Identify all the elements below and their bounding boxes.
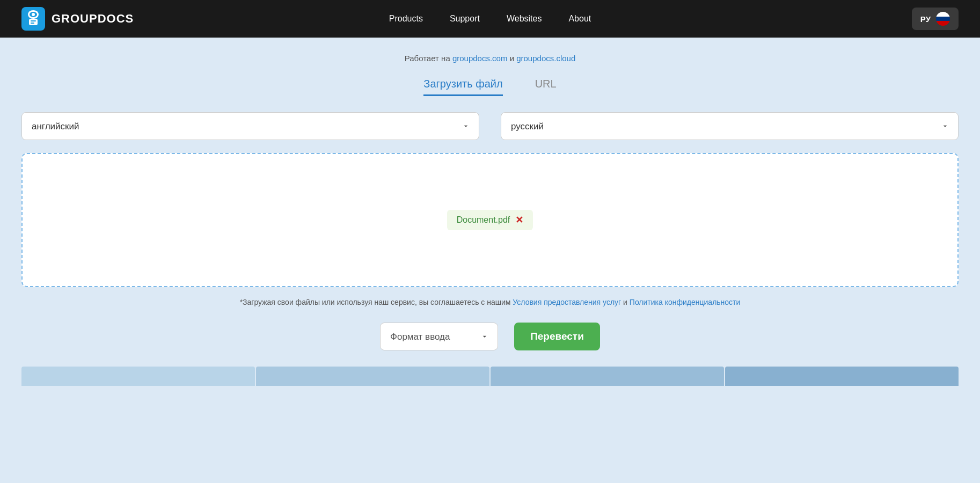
language-dropdowns-row: английский русский немецкий французский … [21,112,959,140]
upload-tabs: Загрузить файл URL [21,78,959,96]
logo-text: GROUPDOCS [52,12,134,26]
uploaded-file-chip: Document.pdf ✕ [447,210,533,230]
russia-flag-icon [936,12,950,26]
svg-point-3 [32,13,35,16]
disclaimer-text: *Загружая свои файлы или используя наш с… [21,298,959,306]
privacy-link[interactable]: Политика конфиденциальности [630,298,741,306]
nav-links: Products Support Websites About [389,14,591,24]
nav-websites[interactable]: Websites [507,14,542,24]
bottom-tab-3 [491,367,724,386]
language-code: РУ [920,14,931,24]
groupdocs-logo-icon [21,7,45,31]
format-select[interactable]: Формат ввода PDF DOCX TXT HTML [380,323,498,350]
bottom-actions-row: Формат ввода PDF DOCX TXT HTML Перевести [21,323,959,350]
nav-support[interactable]: Support [450,14,480,24]
main-content: Работает на groupdocs.com и groupdocs.cl… [0,38,980,402]
svg-rect-5 [31,20,36,21]
file-name: Document.pdf [457,215,510,225]
groupdocs-com-link[interactable]: groupdocs.com [452,54,508,63]
tab-url[interactable]: URL [535,78,557,96]
bottom-tab-4 [725,367,959,386]
bottom-tab-2 [256,367,489,386]
powered-by-text: Работает на groupdocs.com и groupdocs.cl… [21,54,959,63]
tab-upload-file[interactable]: Загрузить файл [423,78,502,96]
bottom-tab-1 [21,367,255,386]
source-language-select[interactable]: английский русский немецкий французский … [21,112,479,140]
file-drop-zone[interactable]: Document.pdf ✕ [21,153,959,287]
terms-link[interactable]: Условия предоставления услуг [513,298,621,306]
svg-rect-6 [31,23,34,24]
groupdocs-cloud-link[interactable]: groupdocs.cloud [516,54,575,63]
translate-button[interactable]: Перевести [514,323,600,350]
nav-about[interactable]: About [568,14,591,24]
logo-area: GROUPDOCS [21,7,134,31]
language-switcher[interactable]: РУ [912,8,959,30]
navbar: GROUPDOCS Products Support Websites Abou… [0,0,980,38]
target-language-select[interactable]: русский английский немецкий французский … [501,112,959,140]
bottom-tabs-bar [21,367,959,386]
nav-products[interactable]: Products [389,14,423,24]
remove-file-button[interactable]: ✕ [515,215,523,225]
svg-rect-4 [29,19,38,25]
